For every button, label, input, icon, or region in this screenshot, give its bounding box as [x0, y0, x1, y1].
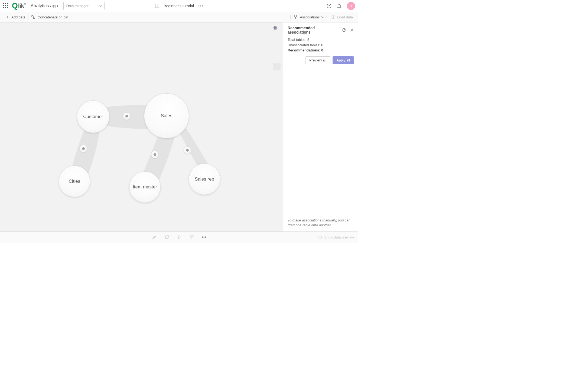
view-dropdown[interactable]: Data manager — [63, 2, 105, 10]
association-node[interactable] — [184, 146, 191, 154]
show-preview-label: Show data preview — [324, 235, 354, 239]
table-bubble-customer[interactable]: Customer — [77, 100, 109, 133]
concat-label: Concatenate or join — [38, 15, 68, 19]
header-center: Beginner's tutorial ••• — [154, 4, 204, 8]
strip-divider — [274, 59, 279, 59]
chevron-down-icon — [99, 4, 102, 7]
app-name: Analytics app — [31, 3, 58, 9]
app-icon[interactable] — [154, 4, 159, 8]
panel-footer-hint: To make associations manually, you can d… — [283, 214, 358, 231]
canvas-tools — [273, 26, 281, 70]
edit-icon[interactable] — [152, 235, 157, 240]
svg-point-8 — [295, 18, 296, 19]
stat-label: Recommendations: — [288, 48, 320, 52]
svg-rect-1 — [156, 5, 157, 7]
associations-label: Associations — [300, 15, 320, 19]
plus-icon — [5, 15, 9, 19]
zoom-in-icon[interactable] — [273, 37, 281, 44]
bubble-label: Sales rep — [195, 177, 214, 182]
toolbar: Add data Concatenate or join Association… — [0, 12, 358, 22]
show-data-preview-button[interactable]: Show data preview — [318, 235, 358, 239]
svg-rect-0 — [155, 4, 159, 8]
more-icon[interactable]: ••• — [202, 235, 207, 240]
add-data-button[interactable]: Add data — [3, 12, 28, 22]
stat-value: 0 — [321, 48, 323, 52]
table-bubble-sales-rep[interactable]: Sales rep — [189, 164, 220, 195]
svg-rect-4 — [32, 16, 33, 17]
app-header: Qlik® Analytics app Data manager Beginne… — [0, 0, 358, 12]
table-bubble-cities[interactable]: Cities — [59, 166, 90, 197]
filter-icon[interactable] — [189, 235, 194, 240]
chevron-down-icon — [321, 15, 324, 18]
panel-stats: Total tables: 5 Unassociated tables: 0 R… — [283, 37, 358, 53]
association-node[interactable] — [80, 145, 87, 152]
user-avatar[interactable]: TL — [347, 2, 355, 10]
delete-icon[interactable] — [177, 235, 182, 240]
panel-title: Recommended associations — [288, 26, 339, 34]
tutorial-label[interactable]: Beginner's tutorial — [164, 4, 194, 8]
preview-all-button[interactable]: Preview all — [305, 56, 330, 64]
svg-point-3 — [329, 7, 329, 7]
add-data-label: Add data — [11, 15, 25, 19]
apply-all-button[interactable]: Apply all — [333, 56, 354, 64]
svg-rect-14 — [318, 236, 321, 238]
concat-icon — [31, 15, 35, 19]
stat-label: Total tables: — [288, 38, 306, 42]
help-icon[interactable] — [342, 28, 346, 32]
bubble-label: Sales — [161, 113, 173, 119]
bottom-bar: ••• Show data preview — [0, 231, 358, 243]
app-launcher-icon[interactable] — [3, 3, 9, 9]
load-data-label: Load data — [337, 15, 353, 19]
bubble-label: Cities — [69, 179, 80, 184]
svg-point-13 — [344, 31, 344, 31]
bubble-label: Customer — [83, 114, 103, 119]
close-icon[interactable] — [350, 28, 354, 32]
magic-recommend-icon[interactable] — [273, 63, 281, 70]
refresh-icon[interactable] — [164, 235, 169, 240]
association-node[interactable] — [123, 112, 131, 120]
play-circle-icon — [331, 15, 336, 19]
stat-value: 5 — [307, 38, 309, 42]
stat-label: Unassociated tables: — [288, 43, 320, 47]
view-dropdown-label: Data manager — [66, 4, 89, 8]
help-icon[interactable] — [326, 3, 332, 9]
recommendations-panel: Recommended associations Total tables: 5… — [283, 22, 358, 231]
zoom-out-icon[interactable] — [273, 47, 281, 55]
bubble-label: Item master — [133, 184, 157, 190]
stat-value: 0 — [321, 43, 323, 47]
table-bubble-sales[interactable]: Sales — [144, 93, 189, 138]
more-icon[interactable]: ••• — [198, 4, 204, 8]
association-node[interactable] — [151, 151, 159, 158]
associations-icon — [293, 15, 298, 19]
concatenate-button[interactable]: Concatenate or join — [28, 12, 71, 22]
associations-dropdown[interactable]: Associations — [290, 15, 327, 19]
qlik-logo[interactable]: Qlik® — [12, 2, 26, 10]
table-bubble-item-master[interactable]: Item master — [129, 171, 161, 203]
preview-icon — [318, 235, 322, 239]
load-data-button[interactable]: Load data — [328, 15, 356, 19]
main-area: Customer Sales Cities Item master Sales … — [0, 22, 358, 231]
bell-icon[interactable] — [337, 3, 342, 9]
svg-rect-5 — [34, 17, 35, 18]
associations-canvas[interactable]: Customer Sales Cities Item master Sales … — [0, 22, 283, 231]
